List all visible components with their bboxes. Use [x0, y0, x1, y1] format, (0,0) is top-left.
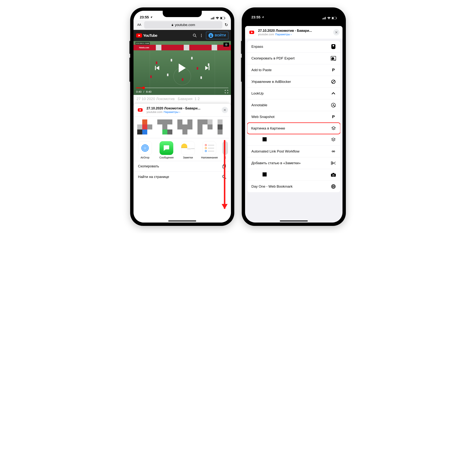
- settings-icon[interactable]: [223, 42, 229, 47]
- status-indicators: [323, 17, 337, 19]
- svg-point-40: [333, 175, 334, 176]
- video-title-behind: 27 10 2020 Локомотив Бавария 1 2: [134, 95, 231, 103]
- video-player[interactable]: 2:31 ЛОК 0 : 0 БАВ Hotels.com: [134, 41, 231, 95]
- share-options-link[interactable]: Параметры ›: [275, 33, 292, 36]
- shortcut-скопировать-в-pdf-expert[interactable]: Скопировать в PDF Expert: [247, 53, 340, 64]
- home-indicator[interactable]: [168, 221, 196, 221]
- svg-point-18: [143, 146, 147, 150]
- text-size-button[interactable]: AA: [136, 23, 143, 27]
- player-controls: [134, 64, 231, 72]
- svg-rect-16: [209, 66, 209, 70]
- location-icon: [150, 16, 153, 19]
- scissors-icon: [331, 160, 336, 166]
- camera-icon: [331, 172, 336, 178]
- share-sheet: 27.10.2020 Локомотив - Бавари... youtube…: [134, 104, 231, 222]
- shortcut-label: Automated Link Post Workflow: [251, 149, 299, 153]
- shortcut-label: Web Snapshot: [251, 115, 274, 119]
- svg-rect-30: [336, 18, 337, 19]
- screen: 23:55 27.10.2020 Локомотив - Бавари... y…: [245, 11, 342, 222]
- svg-rect-2: [213, 17, 213, 19]
- app-reminders-label: Напоминания: [201, 156, 218, 159]
- shortcut-картинка-в-картинке[interactable]: Картинка в Картинке: [247, 123, 340, 134]
- youtube-icon: [249, 31, 254, 34]
- play-button[interactable]: [178, 64, 186, 72]
- reload-button[interactable]: ↻: [224, 23, 229, 27]
- app-airdrop[interactable]: AirDrop: [136, 141, 153, 159]
- svg-rect-25: [323, 18, 324, 19]
- next-button[interactable]: [204, 64, 211, 72]
- svg-rect-27: [325, 17, 326, 19]
- shortcut-lookup[interactable]: LookUp: [247, 88, 340, 99]
- sign-in-label: ВОЙТИ: [215, 34, 226, 37]
- previous-button[interactable]: [153, 64, 161, 72]
- svg-rect-38: [332, 173, 334, 174]
- svg-rect-3: [214, 17, 214, 19]
- url-field[interactable]: youtube.com: [144, 21, 222, 29]
- wifi-icon: [216, 17, 219, 19]
- svg-rect-29: [332, 17, 334, 19]
- close-button[interactable]: [222, 107, 228, 113]
- svg-rect-24: [323, 18, 323, 19]
- wifi-icon: [327, 17, 331, 19]
- notch: [274, 11, 313, 17]
- app-reminders[interactable]: Напоминания: [201, 141, 218, 159]
- layers-icon: [331, 137, 336, 142]
- action-find[interactable]: Найти на странице: [134, 172, 231, 182]
- shortcut-day-one-web-bookmark[interactable]: Day One - Web Bookmark: [247, 181, 340, 192]
- home-indicator[interactable]: [280, 221, 308, 221]
- time-current: 0:40: [136, 90, 142, 93]
- svg-line-32: [332, 81, 335, 83]
- svg-rect-26: [324, 17, 325, 19]
- shortcut-добавить-статью-в-заметки[interactable]: Добавить статью в «Заметки»: [247, 157, 340, 169]
- globe-icon: [331, 184, 336, 189]
- shortcut-add-to-paste[interactable]: Add to PasteP: [247, 64, 340, 76]
- action-copy-label: Скопировать: [138, 164, 159, 168]
- shortcut-web-snapshot[interactable]: Web SnapshotP: [247, 111, 340, 123]
- svg-point-13: [210, 34, 211, 35]
- svg-point-10: [201, 34, 202, 35]
- svg-point-12: [201, 36, 202, 37]
- shortcut-управление-в-adblocker[interactable]: Управление в AdBlocker: [247, 76, 340, 88]
- shortcut-enpass[interactable]: Enpass: [247, 41, 340, 53]
- shortcut-automated-link-post-workflow[interactable]: Automated Link Post Workflow: [247, 146, 340, 157]
- svg-point-17: [144, 147, 146, 149]
- share-thumbnail: [136, 106, 144, 114]
- shortcut-label: Add to Paste: [251, 68, 272, 72]
- share-actions: Скопировать Найти на странице: [134, 161, 231, 182]
- share-title: 27.10.2020 Локомотив - Бавари...: [258, 29, 331, 33]
- svg-rect-5: [221, 17, 222, 19]
- paste-icon: P: [331, 67, 336, 73]
- pdf-icon: [331, 56, 336, 61]
- action-find-label: Найти на странице: [138, 175, 169, 179]
- youtube-logo[interactable]: YouTube: [136, 33, 157, 38]
- sign-in-button[interactable]: ВОЙТИ: [206, 32, 228, 39]
- fullscreen-icon[interactable]: [225, 90, 228, 93]
- status-time: 23:55: [251, 15, 261, 19]
- action-copy[interactable]: Скопировать: [134, 161, 231, 172]
- app-notes[interactable]: Заметки: [179, 141, 196, 159]
- search-icon[interactable]: [193, 33, 197, 38]
- share-sheet-expanded: 27.10.2020 Локомотив - Бавари... youtube…: [245, 26, 342, 222]
- share-title: 27.10.2020 Локомотив - Бавари...: [146, 107, 219, 110]
- svg-rect-7: [172, 25, 173, 26]
- share-options-link[interactable]: Параметры ›: [164, 110, 180, 114]
- shortcut-label: Скопировать в PDF Expert: [251, 56, 295, 60]
- svg-rect-6: [225, 18, 225, 19]
- share-domain: youtube.com: [258, 33, 274, 36]
- app-notes-label: Заметки: [179, 156, 196, 159]
- annotable-icon: A✎: [331, 102, 336, 108]
- notch: [163, 11, 202, 17]
- app-messages[interactable]: Сообщения: [158, 141, 175, 159]
- shortcut-blank-8[interactable]: [247, 134, 340, 146]
- share-apps-row: AirDrop Сообщения Заметки Напомин: [134, 138, 231, 161]
- contacts-row[interactable]: [134, 116, 231, 138]
- battery-icon: [332, 17, 337, 19]
- shortcut-label: [251, 137, 267, 142]
- shortcut-blank-11[interactable]: [247, 169, 340, 181]
- snapshot-icon: P: [331, 114, 336, 120]
- shortcut-label: Управление в AdBlocker: [251, 80, 291, 84]
- enpass-icon: [331, 44, 336, 49]
- close-button[interactable]: [333, 29, 340, 35]
- more-icon[interactable]: [199, 33, 204, 38]
- shortcut-annotable[interactable]: AnnotableA✎: [247, 99, 340, 111]
